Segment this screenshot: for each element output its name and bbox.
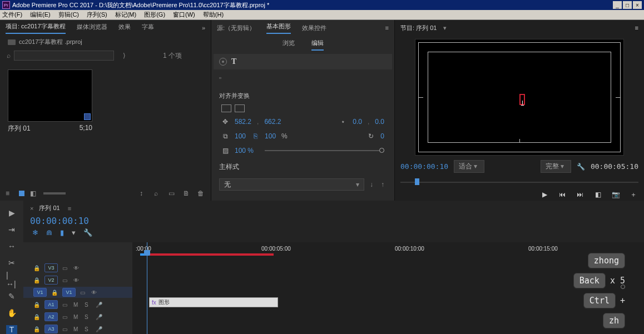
mark-in-button[interactable]: ◧ bbox=[593, 191, 603, 198]
play-button[interactable]: ▶ bbox=[539, 191, 549, 198]
rotation-value[interactable]: 0 bbox=[380, 132, 384, 140]
export-frame-button[interactable]: 📷 bbox=[611, 191, 621, 198]
position-y[interactable]: 662.2 bbox=[264, 118, 281, 126]
toggle-output-icon[interactable]: ▭ bbox=[62, 277, 69, 283]
tab-captions[interactable]: 字幕 bbox=[142, 23, 154, 33]
eye-icon[interactable]: 👁 bbox=[91, 290, 98, 296]
track-v3[interactable]: V3 bbox=[44, 263, 58, 272]
tab-essential-graphics[interactable]: 基本图形 bbox=[266, 22, 291, 34]
toggle-output-icon[interactable]: ▭ bbox=[62, 265, 69, 271]
program-timecode[interactable]: 00:00:00:10 bbox=[400, 162, 448, 171]
tl-settings-2-icon[interactable]: 🔧 bbox=[83, 228, 92, 237]
type-tool[interactable]: T bbox=[6, 325, 17, 334]
tab-media-browser[interactable]: 媒体浏览器 bbox=[77, 23, 107, 33]
ripple-edit-tool[interactable]: ↔ bbox=[6, 242, 17, 251]
master-style-dropdown[interactable]: 无 bbox=[219, 178, 364, 191]
minimize-button[interactable]: _ bbox=[613, 1, 622, 9]
lock-icon[interactable]: 🔒 bbox=[33, 314, 40, 320]
icon-view-icon[interactable] bbox=[19, 191, 24, 196]
new-bin-icon[interactable]: ▭ bbox=[169, 190, 176, 197]
timeline-clip[interactable]: fx 图形 bbox=[149, 297, 278, 307]
timeline-track-area[interactable]: :00:00 00:00:05:00 00:00:10:00 00:00:15:… bbox=[132, 242, 644, 334]
quality-dropdown[interactable]: 完整 bbox=[541, 160, 571, 173]
source-v1[interactable]: V1 bbox=[33, 288, 47, 297]
find-icon[interactable]: ⌕ bbox=[154, 190, 162, 197]
program-scrub-bar[interactable] bbox=[400, 177, 638, 186]
voice-icon[interactable]: 🎤 bbox=[96, 326, 102, 332]
project-search-input[interactable] bbox=[14, 51, 114, 61]
slip-tool[interactable]: |↔| bbox=[6, 275, 17, 284]
search-collapse-icon[interactable]: ⟩ bbox=[123, 52, 126, 59]
lock-icon[interactable]: 🔒 bbox=[33, 265, 40, 271]
lock-icon[interactable]: 🔒 bbox=[33, 326, 40, 332]
tab-effects[interactable]: 效果 bbox=[118, 23, 131, 33]
timeline-playhead[interactable] bbox=[147, 242, 147, 334]
step-back-button[interactable]: ⏮ bbox=[557, 191, 567, 198]
opacity-slider[interactable] bbox=[265, 150, 384, 151]
zoom-dropdown[interactable]: 适合 bbox=[454, 160, 484, 173]
scale-h[interactable]: 100 bbox=[265, 132, 276, 140]
list-view-icon[interactable]: ≡ bbox=[6, 190, 13, 197]
freeform-view-icon[interactable]: ◧ bbox=[30, 190, 38, 197]
menu-marker[interactable]: 标记(M) bbox=[115, 11, 137, 19]
voice-icon[interactable]: 🎤 bbox=[96, 314, 102, 320]
pull-style-icon[interactable]: ↑ bbox=[379, 181, 387, 188]
link-scale-icon[interactable]: ⎘ bbox=[251, 132, 259, 140]
program-panel-menu-icon[interactable]: ≡ bbox=[635, 24, 638, 31]
responsive-design-icon[interactable]: ▫ bbox=[211, 69, 394, 86]
tab-source[interactable]: 源:（无剪辑） bbox=[217, 24, 255, 32]
timeline-close-icon[interactable]: × bbox=[30, 205, 33, 212]
delete-icon[interactable]: 🗑 bbox=[197, 190, 205, 197]
hand-tool[interactable]: ✋ bbox=[6, 308, 17, 317]
toggle-output-icon[interactable]: ▭ bbox=[80, 290, 87, 296]
scale-w[interactable]: 100 bbox=[235, 132, 246, 140]
snap-icon[interactable]: ❄ bbox=[32, 228, 38, 237]
track-a2[interactable]: A2 bbox=[44, 312, 58, 321]
timeline-tab[interactable]: 序列 01 bbox=[39, 204, 60, 212]
menu-window[interactable]: 窗口(W) bbox=[173, 11, 195, 19]
program-tab-close-icon[interactable]: ▾ bbox=[443, 24, 447, 32]
new-item-icon[interactable]: 🗎 bbox=[183, 190, 191, 197]
program-monitor[interactable]: I̲ bbox=[415, 39, 624, 156]
timeline-timecode[interactable]: 00:00:00:10 bbox=[23, 216, 644, 226]
position-x[interactable]: 582.2 bbox=[235, 118, 251, 126]
timeline-ruler[interactable]: :00:00 00:00:05:00 00:00:10:00 00:00:15:… bbox=[132, 242, 644, 257]
tl-settings-1-icon[interactable]: ▾ bbox=[72, 228, 76, 237]
voice-icon[interactable]: 🎤 bbox=[96, 302, 102, 308]
visibility-icon[interactable] bbox=[219, 58, 227, 66]
align-selection-icon[interactable] bbox=[235, 104, 245, 112]
razor-tool[interactable]: ✂ bbox=[6, 258, 17, 267]
menu-file[interactable]: 文件(F) bbox=[2, 11, 22, 19]
zoom-slider[interactable] bbox=[43, 192, 66, 195]
linked-selection-icon[interactable]: ⋒ bbox=[46, 228, 52, 237]
text-layer-row[interactable]: T bbox=[214, 54, 392, 69]
menu-clip[interactable]: 剪辑(C) bbox=[58, 11, 79, 19]
track-v1[interactable]: V1 bbox=[62, 288, 76, 297]
add-button[interactable]: ＋ bbox=[628, 191, 638, 198]
push-style-icon[interactable]: ↓ bbox=[368, 181, 375, 188]
toggle-output-icon[interactable]: ▭ bbox=[62, 302, 69, 308]
track-v2[interactable]: V2 bbox=[44, 276, 58, 285]
menu-sequence[interactable]: 序列(S) bbox=[87, 11, 107, 19]
anchor-y[interactable]: 0.0 bbox=[375, 118, 384, 126]
lock-icon[interactable]: 🔒 bbox=[33, 277, 40, 283]
toggle-output-icon[interactable]: ▭ bbox=[62, 326, 69, 332]
panel-menu-icon[interactable]: » bbox=[202, 24, 205, 31]
project-thumbnail[interactable] bbox=[8, 69, 92, 122]
close-button[interactable]: × bbox=[633, 1, 642, 9]
menu-graphics[interactable]: 图形(G) bbox=[144, 11, 165, 19]
subtab-browse[interactable]: 浏览 bbox=[283, 39, 295, 51]
eye-icon[interactable]: 👁 bbox=[73, 277, 80, 283]
track-a1[interactable]: A1 bbox=[44, 300, 58, 309]
lock-icon[interactable]: 🔒 bbox=[51, 290, 58, 296]
tab-project[interactable]: 项目: cc2017字幕教程 bbox=[6, 22, 66, 34]
auto-sort-icon[interactable]: ↕ bbox=[140, 190, 147, 197]
track-a3[interactable]: A3 bbox=[44, 325, 58, 333]
align-screen-icon[interactable] bbox=[221, 104, 231, 112]
track-select-tool[interactable]: ⇥ bbox=[6, 225, 17, 234]
step-fwd-button[interactable]: ⏭ bbox=[575, 191, 585, 198]
toggle-output-icon[interactable]: ▭ bbox=[62, 314, 69, 320]
tab-effect-controls[interactable]: 效果控件 bbox=[302, 24, 326, 32]
opacity-value[interactable]: 100 % bbox=[235, 147, 254, 154]
eye-icon[interactable]: 👁 bbox=[73, 265, 80, 271]
